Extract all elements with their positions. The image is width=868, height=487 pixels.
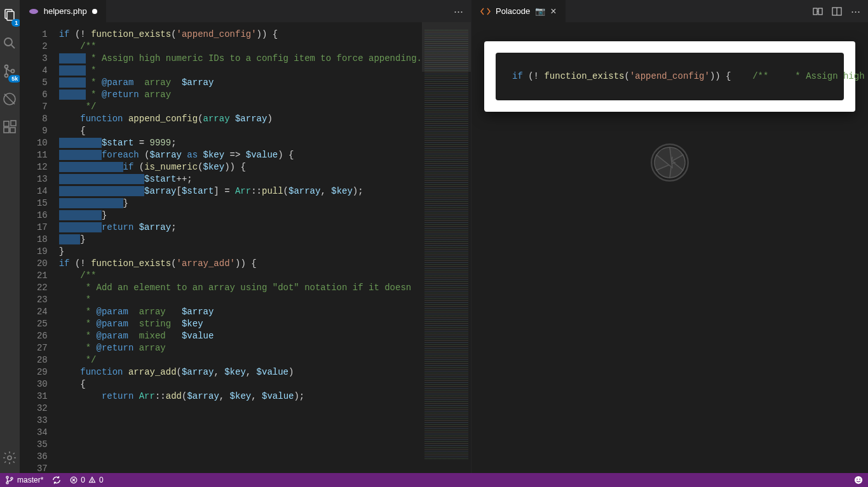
status-bar: master* 0 0 bbox=[0, 473, 868, 487]
settings-gear-icon[interactable] bbox=[2, 450, 17, 465]
open-changes-icon[interactable] bbox=[813, 6, 823, 17]
polacode-panel: if (! function_exists('append_config')) … bbox=[471, 22, 868, 473]
svg-point-29 bbox=[857, 479, 858, 480]
svg-rect-9 bbox=[4, 121, 9, 126]
svg-line-3 bbox=[11, 45, 15, 48]
shutter-button[interactable] bbox=[644, 137, 695, 188]
code-brackets-icon bbox=[480, 6, 491, 17]
code-editor-left[interactable]: 1 2 3 4 5 6 7 8 9 10 11 12 13 14 15 16 1… bbox=[20, 22, 471, 473]
minimap[interactable] bbox=[422, 22, 471, 473]
explorer-icon[interactable]: 1 bbox=[2, 8, 17, 23]
svg-point-28 bbox=[855, 476, 862, 484]
tab-label: helpers.php bbox=[44, 6, 87, 16]
tab-polacode[interactable]: Polacode 📷 × bbox=[471, 0, 566, 22]
git-branch-item[interactable]: master* bbox=[5, 476, 43, 484]
search-icon[interactable] bbox=[2, 36, 17, 51]
svg-point-14 bbox=[29, 9, 38, 14]
more-actions-icon[interactable]: ⋯ bbox=[454, 6, 463, 17]
svg-point-20 bbox=[6, 476, 8, 478]
split-editor-icon[interactable] bbox=[832, 6, 842, 17]
editor-group-left: helpers.php ⋯ 1 2 3 4 5 6 7 8 9 10 11 12… bbox=[20, 0, 471, 473]
feedback-icon[interactable] bbox=[854, 476, 863, 484]
source-control-icon[interactable]: 5k bbox=[2, 63, 17, 79]
errors-item[interactable]: 0 0 bbox=[70, 476, 103, 484]
svg-point-22 bbox=[11, 477, 13, 479]
svg-rect-16 bbox=[818, 8, 822, 15]
svg-point-30 bbox=[859, 479, 860, 480]
close-icon[interactable]: × bbox=[550, 6, 556, 17]
polacode-code-snippet: if (! function_exists('append_config')) … bbox=[496, 53, 844, 100]
debug-icon[interactable] bbox=[2, 91, 17, 107]
svg-line-8 bbox=[4, 94, 15, 104]
svg-point-5 bbox=[5, 74, 8, 77]
svg-point-2 bbox=[4, 38, 12, 46]
svg-point-27 bbox=[92, 481, 93, 482]
svg-point-4 bbox=[5, 65, 8, 69]
extensions-icon[interactable] bbox=[2, 119, 17, 135]
tab-bar-right: Polacode 📷 × ⋯ bbox=[471, 0, 868, 22]
dirty-indicator-icon bbox=[92, 9, 97, 14]
line-number-gutter: 1 2 3 4 5 6 7 8 9 10 11 12 13 14 15 16 1… bbox=[20, 22, 59, 473]
svg-point-21 bbox=[6, 482, 8, 484]
tab-label: Polacode bbox=[496, 6, 530, 16]
tab-bar-left: helpers.php ⋯ bbox=[20, 0, 471, 22]
svg-point-13 bbox=[8, 456, 11, 460]
svg-point-6 bbox=[11, 70, 15, 73]
php-file-icon bbox=[29, 6, 39, 17]
svg-rect-11 bbox=[10, 128, 15, 133]
code-content-left[interactable]: if (! function_exists('append_config')) … bbox=[59, 22, 422, 473]
svg-rect-12 bbox=[11, 121, 16, 126]
camera-icon: 📷 bbox=[535, 6, 545, 16]
polacode-frame: if (! function_exists('append_config')) … bbox=[484, 41, 855, 112]
svg-rect-10 bbox=[4, 128, 9, 133]
tab-helpers-php[interactable]: helpers.php bbox=[20, 0, 107, 22]
editor-group-right: Polacode 📷 × ⋯ if (! function_exists('a bbox=[471, 0, 868, 473]
sync-item[interactable] bbox=[52, 476, 61, 484]
more-actions-icon[interactable]: ⋯ bbox=[851, 6, 860, 17]
activity-bar: 1 5k bbox=[0, 0, 20, 473]
svg-rect-15 bbox=[813, 8, 817, 15]
